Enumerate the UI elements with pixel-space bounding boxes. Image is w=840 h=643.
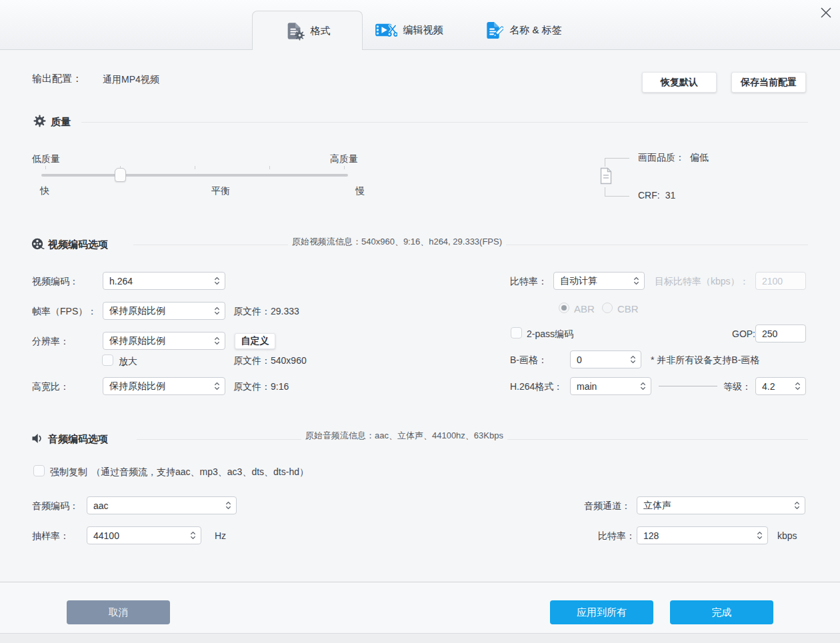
slider-tick — [195, 166, 195, 169]
cbr-label: CBR — [617, 303, 639, 315]
audio-codec-label: 音频编码： — [32, 500, 79, 512]
h264-profile-value: main — [577, 381, 597, 392]
bframe-select[interactable]: 0 — [570, 350, 641, 368]
sample-rate-label: 抽样率： — [32, 530, 69, 542]
output-config-label: 输出配置： — [32, 73, 82, 85]
h264-level-value: 4.2 — [762, 381, 775, 392]
quality-section-title: 质量 — [51, 116, 71, 129]
slider-tick — [45, 166, 46, 169]
apply-to-all-button[interactable]: 应用到所有 — [550, 600, 653, 624]
chevron-updown-icon — [630, 354, 636, 364]
chevron-updown-icon — [794, 500, 800, 510]
tab-format[interactable]: 格式 — [252, 11, 363, 50]
audio-bitrate-unit: kbps — [777, 530, 797, 541]
h264-level-select[interactable]: 4.2 — [755, 377, 806, 395]
quality-slider-handle[interactable] — [115, 168, 126, 182]
resolution-original: 原文件：540x960 — [233, 355, 307, 367]
abr-label: ABR — [574, 303, 595, 315]
speaker-icon — [31, 432, 44, 445]
picture-quality-label: 画面品质： — [638, 152, 685, 164]
audio-bitrate-value: 128 — [643, 530, 659, 541]
crf-value: 31 — [665, 190, 676, 201]
gop-input[interactable]: 250 — [755, 324, 806, 342]
picture-quality-value: 偏低 — [690, 152, 709, 164]
film-reel-icon — [31, 237, 45, 251]
abr-radio[interactable] — [559, 303, 569, 313]
slider-label-fast: 快 — [40, 185, 49, 197]
bitrate-mode-select[interactable]: 自动计算 — [553, 272, 645, 290]
chevron-updown-icon — [757, 530, 763, 540]
document-outline-icon — [599, 167, 613, 185]
slider-tick — [269, 166, 270, 169]
chevron-updown-icon — [214, 306, 220, 316]
audio-channel-select[interactable]: 立体声 — [637, 496, 805, 514]
h264-profile-select[interactable]: main — [570, 377, 651, 395]
slider-label-high-quality: 高质量 — [330, 153, 358, 165]
bracket-line-bottom — [605, 187, 629, 197]
cbr-radio[interactable] — [602, 303, 613, 313]
audio-bitrate-label: 比特率： — [598, 530, 635, 542]
force-copy-note: （通过音频流，支持aac、mp3、ac3、dts、dts-hd） — [91, 466, 309, 478]
gop-label: GOP: — [732, 328, 755, 339]
close-button[interactable] — [817, 4, 835, 21]
crf-row: CRF: 31 — [638, 190, 675, 201]
chevron-updown-icon — [795, 381, 801, 391]
chevron-updown-icon — [214, 276, 220, 286]
upscale-checkbox[interactable] — [102, 354, 113, 366]
custom-resolution-button[interactable]: 自定义 — [235, 333, 275, 349]
chevron-updown-icon — [640, 381, 646, 391]
sample-rate-unit: Hz — [215, 530, 226, 541]
aspect-label: 高宽比： — [32, 381, 69, 393]
document-gear-icon — [285, 21, 305, 41]
fps-value: 保持原始比例 — [109, 305, 165, 317]
picture-quality-row: 画面品质： 偏低 — [638, 152, 709, 164]
bframe-label: B-画格： — [510, 354, 547, 366]
restore-default-button[interactable]: 恢复默认 — [642, 72, 717, 93]
output-config-value: 通用MP4视频 — [103, 74, 159, 86]
audio-section-title: 音频编码选项 — [48, 433, 108, 446]
resolution-value: 保持原始比例 — [109, 335, 165, 347]
force-copy-checkbox[interactable] — [33, 465, 45, 476]
two-pass-checkbox[interactable] — [511, 327, 522, 338]
video-stream-info: 原始视频流信息：540x960、9:16、h264, 29.333(FPS) — [288, 236, 506, 248]
chevron-updown-icon — [633, 276, 639, 286]
target-bitrate-input[interactable]: 2100 — [755, 272, 806, 290]
chevron-updown-icon — [190, 530, 196, 540]
gear-icon — [33, 115, 46, 127]
format-settings-dialog: 格式 编辑视频 — [0, 0, 840, 643]
crf-label: CRF: — [638, 190, 660, 201]
audio-codec-select[interactable]: aac — [87, 496, 237, 514]
audio-bitrate-select[interactable]: 128 — [637, 526, 768, 544]
slider-label-balanced: 平衡 — [211, 185, 230, 197]
quality-slider-track[interactable] — [41, 174, 348, 177]
fps-select[interactable]: 保持原始比例 — [103, 302, 225, 320]
video-codec-value: h.264 — [109, 276, 133, 287]
target-bitrate-label: 目标比特率（kbps）： — [655, 276, 749, 288]
tab-edit-video[interactable]: 编辑视频 — [368, 11, 449, 49]
profile-level-connector-line — [659, 386, 717, 386]
tab-name-tags[interactable]: 名称 & 标签 — [472, 11, 573, 49]
video-scissors-icon — [375, 21, 397, 39]
audio-stream-info: 原始音频流信息：aac、立体声、44100hz、63Kbps — [301, 430, 507, 442]
force-copy-label: 强制复制 — [50, 466, 87, 478]
two-pass-label: 2-pass编码 — [527, 328, 573, 340]
bframe-value: 0 — [577, 354, 582, 365]
bottom-strip — [0, 633, 840, 643]
save-config-button[interactable]: 保存当前配置 — [731, 72, 806, 93]
document-pencil-icon — [483, 21, 503, 40]
sample-rate-value: 44100 — [93, 530, 119, 541]
bitrate-label: 比特率： — [510, 276, 547, 288]
audio-codec-value: aac — [93, 500, 109, 511]
resolution-select[interactable]: 保持原始比例 — [103, 332, 225, 350]
tab-format-label: 格式 — [311, 25, 331, 37]
tab-name-tags-label: 名称 & 标签 — [509, 24, 561, 37]
done-button[interactable]: 完成 — [670, 600, 773, 624]
chevron-updown-icon — [225, 500, 231, 510]
aspect-value: 保持原始比例 — [109, 380, 165, 392]
bitrate-mode-value: 自动计算 — [560, 275, 597, 287]
aspect-select[interactable]: 保持原始比例 — [103, 377, 225, 395]
cancel-button[interactable]: 取消 — [67, 600, 170, 624]
video-codec-select[interactable]: h.264 — [103, 272, 225, 290]
audio-channel-label: 音频通道： — [584, 500, 631, 512]
sample-rate-select[interactable]: 44100 — [87, 526, 201, 544]
